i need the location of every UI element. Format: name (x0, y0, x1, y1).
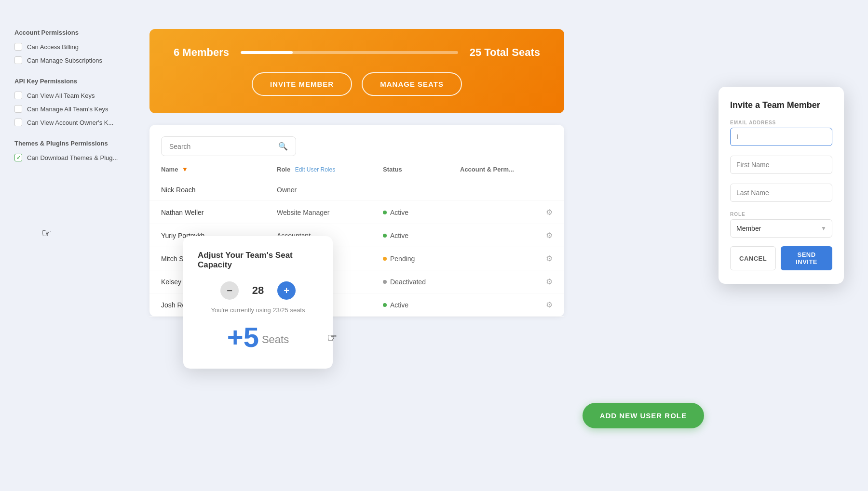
invite-modal: Invite a Team Member EMAIL ADDRESS ROLE … (719, 87, 844, 284)
status-label: Active (390, 301, 408, 309)
sidebar-item-owner-keys[interactable]: Can View Account Owner's K... (14, 119, 125, 126)
cancel-button[interactable]: CANCEL (730, 246, 776, 270)
account-permissions-title: Account Permissions (14, 29, 125, 36)
column-name: Name ▼ (161, 166, 277, 173)
settings-gear-icon[interactable]: ⚙ (460, 277, 553, 286)
themes-checkbox[interactable] (14, 154, 22, 161)
role-select[interactable]: Member Admin Owner (730, 219, 832, 238)
subscriptions-checkbox[interactable] (14, 56, 22, 64)
banner-buttons: INVITE MEMBER MANAGE SEATS (252, 72, 462, 96)
seat-capacity-popup: Adjust Your Team's Seat Capacity − 28 + … (183, 236, 333, 369)
search-bar: 🔍 (161, 136, 296, 156)
billing-checkbox[interactable] (14, 43, 22, 51)
role-select-wrapper: Member Admin Owner ▼ (730, 219, 832, 238)
manage-seats-button[interactable]: MANAGE SEATS (362, 72, 462, 96)
billing-label: Can Access Billing (27, 43, 79, 51)
api-permissions-title: API Key Permissions (14, 78, 125, 85)
sidebar-item-billing[interactable]: Can Access Billing (14, 43, 125, 51)
manage-keys-checkbox[interactable] (14, 105, 22, 113)
themes-label: Can Download Themes & Plug... (27, 154, 118, 161)
member-status: Pending (383, 255, 460, 263)
column-role: Role Edit User Roles (277, 166, 383, 173)
cursor-plus-icon: ☞ (327, 331, 338, 345)
active-status-dot (383, 303, 387, 307)
seat-using-text: You're currently using 23/25 seats (198, 306, 318, 314)
account-permissions-section: Account Permissions Can Access Billing C… (14, 29, 125, 64)
first-name-field[interactable] (730, 156, 832, 174)
active-status-dot (383, 211, 387, 214)
member-name: Nick Roach (161, 186, 277, 194)
owner-keys-checkbox[interactable] (14, 119, 22, 126)
themes-permissions-title: Themes & Plugins Permissions (14, 140, 125, 147)
view-keys-checkbox[interactable] (14, 92, 22, 99)
seat-counter: − 28 + (198, 281, 318, 300)
invite-modal-title: Invite a Team Member (730, 100, 832, 110)
banner-top: 6 Members 25 Total Seats (174, 46, 540, 59)
table-row: Nathan Weller Website Manager Active ⚙ (149, 201, 564, 224)
api-permissions-section: API Key Permissions Can View All Team Ke… (14, 78, 125, 126)
deactivated-status-dot (383, 280, 387, 284)
role-label: ROLE (730, 212, 832, 217)
active-status-dot (383, 234, 387, 238)
banner: 6 Members 25 Total Seats INVITE MEMBER M… (149, 29, 564, 113)
settings-gear-icon[interactable]: ⚙ (460, 300, 553, 309)
themes-permissions-section: Themes & Plugins Permissions Can Downloa… (14, 140, 125, 161)
role-form-group: ROLE Member Admin Owner ▼ (730, 212, 832, 238)
table-header: Name ▼ Role Edit User Roles Status Accou… (149, 166, 564, 179)
member-role: Website Manager (277, 209, 383, 216)
status-label: Deactivated (390, 278, 426, 286)
member-role: Owner (277, 186, 383, 194)
cursor-hand-icon: ☞ (41, 226, 52, 240)
invite-member-button[interactable]: INVITE MEMBER (252, 72, 352, 96)
seat-increase-button[interactable]: + (277, 281, 296, 300)
last-name-form-group (730, 184, 832, 209)
settings-gear-icon[interactable]: ⚙ (460, 231, 553, 240)
email-form-group: EMAIL ADDRESS (730, 120, 832, 153)
settings-gear-icon[interactable]: ⚙ (460, 208, 553, 217)
first-name-form-group (730, 156, 832, 181)
search-input[interactable] (169, 143, 273, 150)
member-status: Active (383, 301, 460, 309)
table-row: Nick Roach Owner (149, 179, 564, 201)
manage-keys-label: Can Manage All Team's Keys (27, 106, 108, 113)
seat-delta-value: +5 (227, 321, 259, 353)
progress-bar-fill (241, 51, 293, 54)
seat-delta: +5Seats (227, 321, 289, 353)
owner-keys-label: Can View Account Owner's K... (27, 119, 113, 126)
seat-delta-label: Seats (262, 333, 289, 345)
view-keys-label: Can View All Team Keys (27, 92, 95, 99)
column-account: Account & Perm... (460, 166, 553, 173)
status-label: Active (390, 232, 408, 239)
member-status: Active (383, 209, 460, 216)
banner-members-count: 6 Members (174, 46, 229, 59)
column-status: Status (383, 166, 460, 173)
seat-count: 28 (248, 284, 268, 297)
sidebar-item-manage-keys[interactable]: Can Manage All Team's Keys (14, 105, 125, 113)
sidebar-item-subscriptions[interactable]: Can Manage Subscriptions (14, 56, 125, 64)
member-name: Nathan Weller (161, 209, 277, 216)
member-status: Active (383, 232, 460, 239)
email-field[interactable] (730, 128, 832, 146)
progress-bar-container (241, 51, 458, 54)
seat-popup-title: Adjust Your Team's Seat Capacity (198, 251, 318, 270)
add-new-user-role-button[interactable]: ADD NEW USER ROLE (583, 403, 704, 428)
status-label: Pending (390, 255, 415, 263)
invite-modal-buttons: CANCEL SEND INVITE (730, 246, 832, 270)
edit-user-roles-link[interactable]: Edit User Roles (295, 166, 335, 173)
banner-seats-count: 25 Total Seats (470, 46, 540, 59)
member-status: Deactivated (383, 278, 460, 286)
pending-status-dot (383, 257, 387, 261)
search-icon: 🔍 (278, 142, 288, 151)
sidebar-item-themes[interactable]: Can Download Themes & Plug... (14, 154, 125, 161)
sidebar: Account Permissions Can Access Billing C… (0, 0, 140, 491)
seat-delta-wrapper: +5Seats (198, 323, 318, 351)
send-invite-button[interactable]: SEND INVITE (781, 246, 832, 270)
last-name-field[interactable] (730, 184, 832, 202)
sidebar-item-view-keys[interactable]: Can View All Team Keys (14, 92, 125, 99)
settings-gear-icon[interactable]: ⚙ (460, 254, 553, 263)
status-label: Active (390, 209, 408, 216)
seat-decrease-button[interactable]: − (220, 281, 239, 300)
subscriptions-label: Can Manage Subscriptions (27, 57, 102, 64)
email-label: EMAIL ADDRESS (730, 120, 832, 125)
sort-arrow-icon: ▼ (182, 166, 188, 173)
